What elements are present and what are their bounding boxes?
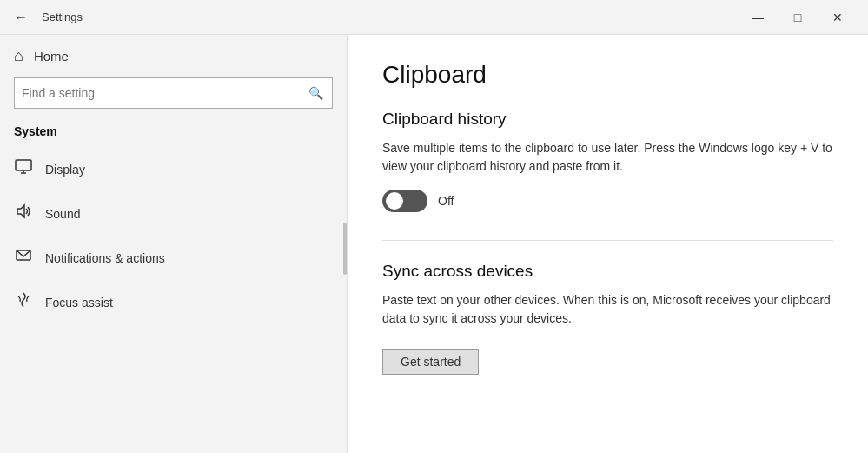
window-controls: — □ ✕	[738, 3, 858, 31]
clipboard-history-toggle[interactable]	[382, 190, 427, 212]
home-icon: ⌂	[14, 47, 23, 65]
sidebar-home-item[interactable]: ⌂ Home	[0, 35, 347, 77]
sidebar-item-notifications[interactable]: Notifications & actions	[0, 236, 347, 280]
sidebar-section-label: System	[0, 119, 347, 147]
search-icon[interactable]: 🔍	[307, 86, 325, 100]
section-divider	[382, 240, 833, 241]
search-box: 🔍	[14, 77, 333, 109]
restore-button[interactable]: □	[778, 3, 818, 31]
notifications-icon	[14, 247, 33, 269]
history-section-heading: Clipboard history	[382, 110, 833, 129]
home-label: Home	[34, 49, 69, 63]
minimize-button[interactable]: —	[738, 3, 778, 31]
search-input[interactable]	[22, 86, 307, 100]
sidebar-item-notifications-label: Notifications & actions	[45, 251, 165, 265]
display-icon	[14, 158, 33, 180]
sync-section-heading: Sync across devices	[382, 262, 833, 281]
svg-rect-0	[16, 160, 31, 170]
clipboard-history-toggle-row: Off	[382, 190, 833, 212]
main-layout: ⌂ Home 🔍 System Display	[0, 35, 868, 453]
page-title: Clipboard	[382, 61, 833, 89]
sidebar-item-focus[interactable]: Focus assist	[0, 280, 347, 324]
sidebar-item-focus-label: Focus assist	[45, 296, 113, 310]
sidebar-item-display-label: Display	[45, 163, 85, 177]
sidebar-nav: Display Sound	[0, 147, 347, 453]
sync-section: Sync across devices Paste text on your o…	[382, 262, 833, 375]
get-started-button[interactable]: Get started	[382, 349, 479, 375]
title-bar: ← Settings — □ ✕	[0, 0, 868, 35]
app-title: Settings	[42, 10, 738, 23]
svg-marker-3	[17, 205, 24, 217]
close-button[interactable]: ✕	[818, 3, 858, 31]
content-area: Clipboard Clipboard history Save multipl…	[348, 35, 868, 453]
sidebar-item-sound-label: Sound	[45, 207, 80, 221]
toggle-state-label: Off	[438, 194, 454, 208]
sidebar-item-sound[interactable]: Sound	[0, 191, 347, 236]
focus-icon	[14, 291, 33, 313]
sidebar: ⌂ Home 🔍 System Display	[0, 35, 348, 453]
sync-description: Paste text on your other devices. When t…	[382, 291, 833, 328]
sound-icon	[14, 203, 33, 224]
toggle-knob	[386, 192, 403, 210]
back-button[interactable]: ←	[10, 6, 31, 29]
history-description: Save multiple items to the clipboard to …	[382, 139, 833, 176]
sidebar-item-display[interactable]: Display	[0, 147, 347, 191]
